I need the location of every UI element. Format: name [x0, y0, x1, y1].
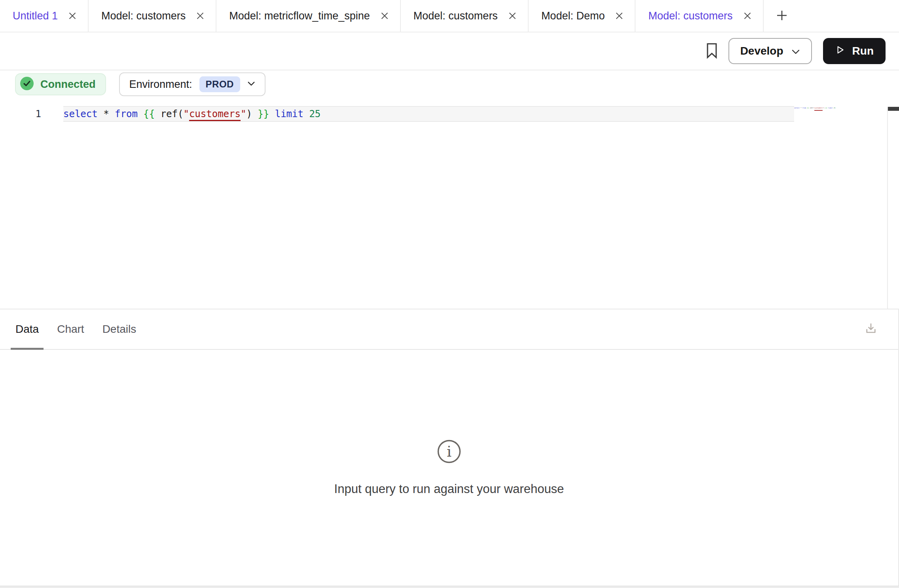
minimap[interactable]: select * from {{ ref("customers") }} lim… — [794, 104, 887, 302]
minimap-code-line: select * from {{ ref("customers") }} lim… — [794, 107, 835, 109]
ref-link[interactable]: customers — [189, 108, 241, 119]
editor-tab[interactable]: Untitled 1 — [0, 0, 89, 32]
code-token: limit — [828, 107, 833, 109]
scrollbar-thumb[interactable] — [888, 107, 899, 111]
code-token — [155, 108, 160, 119]
code-token — [98, 108, 103, 119]
connection-status-badge: Connected — [15, 73, 106, 95]
empty-state-message: Input query to run against your warehous… — [334, 482, 564, 496]
tab-label: Untitled 1 — [13, 10, 58, 22]
code-token: " — [183, 108, 189, 119]
editor-tab[interactable]: Model: customers — [89, 0, 216, 32]
code-token: 25 — [834, 107, 836, 109]
code-line[interactable]: select * from {{ ref("customers") }} lim… — [63, 106, 794, 122]
develop-button-label: Develop — [740, 45, 783, 57]
tab-bar-spacer — [800, 0, 899, 32]
code-token: select — [794, 107, 800, 109]
code-area[interactable]: select * from {{ ref("customers") }} lim… — [63, 106, 794, 309]
tabs-container: Untitled 1 Model: customers Model: metri… — [0, 0, 764, 32]
code-token — [252, 108, 258, 119]
run-button-label: Run — [852, 45, 874, 57]
close-icon[interactable] — [195, 11, 205, 21]
close-icon[interactable] — [507, 11, 518, 21]
close-icon[interactable] — [67, 11, 78, 21]
code-token: 25 — [309, 108, 321, 119]
code-token: " — [241, 108, 246, 119]
download-button[interactable] — [863, 321, 878, 338]
tab-label: Model: customers — [413, 10, 498, 22]
results-tab[interactable]: Data — [11, 309, 44, 349]
code-token: {{ — [143, 108, 155, 119]
code-token: ref( — [810, 107, 813, 109]
close-icon[interactable] — [742, 11, 753, 21]
download-icon — [863, 321, 878, 338]
code-token: }} — [258, 108, 269, 119]
plus-icon — [775, 9, 789, 23]
ref-link: customers — [814, 107, 823, 109]
editor-scrollbar[interactable] — [887, 107, 899, 309]
editor-tab[interactable]: Model: Demo — [529, 0, 636, 32]
code-token: from — [802, 107, 806, 109]
environment-dropdown[interactable]: Environment: PROD — [119, 72, 266, 96]
results-tab[interactable]: Details — [98, 309, 141, 349]
info-icon: i — [437, 439, 461, 465]
develop-button[interactable]: Develop — [728, 38, 812, 64]
code-token — [269, 108, 275, 119]
tab-label: Model: customers — [648, 10, 732, 22]
connection-status-label: Connected — [40, 78, 96, 91]
new-tab-button[interactable] — [764, 0, 800, 32]
environment-value-badge: PROD — [199, 76, 240, 92]
chevron-down-icon — [791, 45, 800, 57]
code-token: ref( — [161, 108, 184, 119]
check-icon — [20, 76, 34, 92]
editor-tab[interactable]: Model: customers — [401, 0, 529, 32]
results-panel: Data Chart Details i Input query to run … — [0, 309, 899, 586]
tab-label: Model: Demo — [541, 10, 605, 22]
results-tab-label: Chart — [57, 323, 84, 336]
code-token — [303, 108, 309, 119]
code-editor[interactable]: 1 select * from {{ ref("customers") }} l… — [0, 98, 899, 309]
line-number: 1 — [0, 106, 41, 122]
results-tab-bar: Data Chart Details — [0, 309, 898, 350]
status-bar: Connected Environment: PROD — [0, 70, 899, 98]
toolbar: Develop Run — [0, 32, 899, 70]
environment-label: Environment: — [129, 78, 192, 91]
line-number-gutter: 1 — [0, 106, 63, 309]
tab-label: Model: metricflow_time_spine — [229, 10, 370, 22]
close-icon[interactable] — [379, 11, 390, 21]
bottom-edge — [0, 586, 899, 588]
bookmark-icon — [706, 42, 717, 60]
run-button[interactable]: Run — [823, 38, 886, 64]
code-token: select — [63, 108, 98, 119]
code-token: from — [115, 108, 138, 119]
results-tabs-container: Data Chart Details — [11, 309, 150, 349]
editor-tab[interactable]: Model: metricflow_time_spine — [216, 0, 401, 32]
editor-tab[interactable]: Model: customers — [635, 0, 763, 32]
tab-bar: Untitled 1 Model: customers Model: metri… — [0, 0, 899, 32]
empty-results-state: i Input query to run against your wareho… — [0, 350, 898, 586]
results-tab[interactable]: Chart — [52, 309, 89, 349]
ide-window: Untitled 1 Model: customers Model: metri… — [0, 0, 899, 588]
code-token: limit — [275, 108, 303, 119]
chevron-down-icon — [247, 81, 255, 88]
code-token — [109, 108, 115, 119]
play-icon — [835, 44, 845, 58]
results-tab-label: Details — [102, 323, 137, 336]
results-tab-label: Data — [15, 323, 39, 336]
code-token: ) — [246, 108, 252, 119]
close-icon[interactable] — [614, 11, 624, 21]
tab-label: Model: customers — [101, 10, 186, 22]
svg-text:i: i — [447, 443, 451, 460]
bookmark-button[interactable] — [706, 42, 717, 60]
code-token — [138, 108, 143, 119]
code-token: * — [103, 108, 109, 119]
